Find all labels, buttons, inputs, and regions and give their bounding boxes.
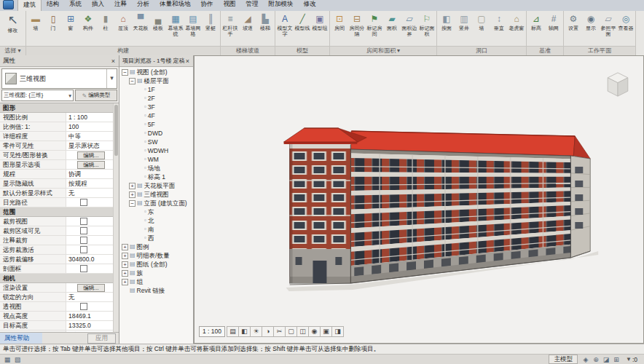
ribbon-tab-注释[interactable]: 注释 [109,0,132,11]
tool-dormer[interactable]: ⌂老虎窗 [508,12,525,37]
ribbon-tab-修改[interactable]: 修改 [299,0,321,11]
crop-region-icon[interactable]: ▢ [285,326,297,337]
tree-item-明细表/数量[interactable]: +▤明细表/数量 [119,251,193,260]
expand-icon[interactable]: + [129,191,136,198]
checkbox[interactable] [80,246,87,253]
tree-item-图纸 (全部)[interactable]: +▤图纸 (全部) [119,260,193,269]
tool-door[interactable]: ▯门 [44,12,62,37]
prop-value[interactable]: 显示原状态 [66,141,114,150]
temporary-view-properties-icon[interactable]: ▣ [320,326,332,337]
viewcube[interactable] [601,68,635,101]
tool-roof[interactable]: ⌂屋顶 [114,12,132,37]
tool-curtain-system[interactable]: ▦幕墙系统 [167,12,184,37]
ribbon-tab-附加模块[interactable]: 附加模块 [264,0,299,11]
prop-value[interactable]: 无 [66,293,114,301]
expand-icon[interactable]: + [122,244,128,250]
drag-on-selection-icon[interactable]: ⊞ [611,356,621,363]
properties-help-link[interactable]: 属性帮助 [0,333,42,344]
tool-railing[interactable]: ≡栏杆扶手 [221,12,239,37]
prop-value[interactable]: 按规程 [66,179,114,188]
shadows-icon[interactable]: ◑ [262,326,274,337]
close-icon[interactable]: × [111,58,116,65]
tool-wall-opening[interactable]: ▢墙 [473,12,490,37]
design-options-icon[interactable]: ▧ [12,356,23,363]
checkbox[interactable] [80,199,87,206]
ribbon-tab-体量和场地[interactable]: 体量和场地 [154,0,196,11]
ribbon-tab-视图[interactable]: 视图 [219,0,241,11]
tool-component[interactable]: ❖构件 [79,12,97,37]
tool-ramp[interactable]: ◢坡道 [239,12,256,37]
tool-vertical-opening[interactable]: ↕垂直 [490,12,508,37]
tree-item-WDWH[interactable]: ▫WDWH [119,146,193,155]
collapse-icon[interactable]: − [129,200,136,207]
checkbox[interactable] [80,227,87,234]
tree-item-南[interactable]: ▫南 [119,225,193,234]
collapse-icon[interactable]: − [129,78,136,84]
tool-area-boundary[interactable]: ▱面积边界 [401,12,418,37]
app-icon[interactable] [3,0,14,9]
edit-button[interactable]: 编辑... [77,284,104,292]
tool-model-line[interactable]: ╱模型线 [294,12,311,37]
tool-wall[interactable]: ▬墙 [27,12,44,37]
tool-show-work-plane[interactable]: ◉显示 [582,12,600,37]
filter-icon[interactable]: ▼ [626,356,632,363]
ribbon-tab-系统[interactable]: 系统 [64,0,87,11]
tree-item-Revit 链接[interactable]: ▤Revit 链接 [119,286,193,295]
sun-path-icon[interactable]: ☀ [250,326,262,337]
expand-icon[interactable]: + [122,253,128,259]
tool-level[interactable]: ⊿标高 [527,12,545,37]
checkbox[interactable] [80,218,87,225]
tool-ceiling[interactable]: ▀天花板 [132,12,149,37]
detail-level-icon[interactable]: ▤ [227,326,239,337]
tree-item-楼层平面[interactable]: −▤楼层平面 [119,76,193,85]
tool-shaft[interactable]: ▥竖井 [455,12,473,37]
type-selector[interactable]: 三维视图 ▾ [1,68,117,89]
tree-item-SW[interactable]: ▫SW [119,138,193,146]
prop-value[interactable]: 13325.0 [66,321,114,330]
apply-button[interactable]: 应用 [87,333,116,344]
edit-type-button[interactable]: ✎ 编辑类型 [75,90,117,101]
tool-ref-plane[interactable]: ▱参照平面 [600,12,617,37]
drawing-area[interactable]: 1 : 100 ▤◧☀◑✂▢◫◉▣◨ [194,55,644,344]
tree-item-三维视图[interactable]: +▤三维视图 [119,190,193,199]
tool-set-work-plane[interactable]: ⚙设置 [565,12,582,37]
ribbon-tab-协作[interactable]: 协作 [196,0,219,11]
tool-tag-area[interactable]: ⚐标记面积 [418,12,436,37]
prop-value[interactable]: 中等 [66,132,114,141]
prop-value[interactable]: 无 [66,189,114,197]
tree-item-北[interactable]: ▫北 [119,216,193,225]
prop-section-图形[interactable]: 图形 [0,103,119,113]
tree-item-3F[interactable]: ▫3F [119,103,193,111]
edit-button[interactable]: 编辑... [77,161,104,169]
tree-item-天花板平面[interactable]: +▤天花板平面 [119,181,193,190]
tool-opening-by-face[interactable]: ◧按面 [438,12,455,37]
prop-section-范围[interactable]: 范围 [0,207,119,217]
ribbon-tab-建筑[interactable]: 建筑 [17,0,42,11]
tree-item-1F[interactable]: ▫1F [119,85,193,94]
tree-item-标高 1[interactable]: ▫标高 1 [119,173,193,181]
tree-item-东[interactable]: ▫东 [119,207,193,216]
tree-item-组[interactable]: +▤组 [119,277,193,286]
select-pinned-icon[interactable]: ⊕ [591,356,601,363]
select-by-face-icon[interactable]: ◪ [601,356,611,363]
active-workset[interactable]: 主模型 [549,355,578,364]
tool-tag-room[interactable]: ⚑标记房间 [366,12,383,37]
tool-grid[interactable]: #轴网 [545,12,562,37]
chevron-down-icon[interactable]: ▾ [106,69,117,88]
tool-area[interactable]: ▰面积 [383,12,401,37]
prop-value[interactable]: 100 [66,122,114,131]
expand-icon[interactable]: + [122,270,128,277]
tree-item-WM[interactable]: ▫WM [119,155,193,164]
tool-modify[interactable]: ↖修改 [1,12,25,39]
tool-stair[interactable]: ▙楼梯 [256,12,274,37]
visual-style-icon[interactable]: ◧ [238,326,251,337]
checkbox[interactable] [80,265,87,272]
ribbon-tab-插入[interactable]: 插入 [87,0,109,11]
prop-value[interactable]: 1 : 100 [66,113,114,122]
prop-value[interactable]: 18469.1 [66,312,114,320]
tool-window[interactable]: ⊞窗 [62,12,79,37]
tree-item-4F[interactable]: ▫4F [119,111,193,120]
instance-selector[interactable]: 三维视图: {三维} ▾ [1,90,74,101]
tree-item-族[interactable]: +▤族 [119,269,193,277]
tree-item-视图 (全部)[interactable]: −▤视图 (全部) [119,68,193,76]
